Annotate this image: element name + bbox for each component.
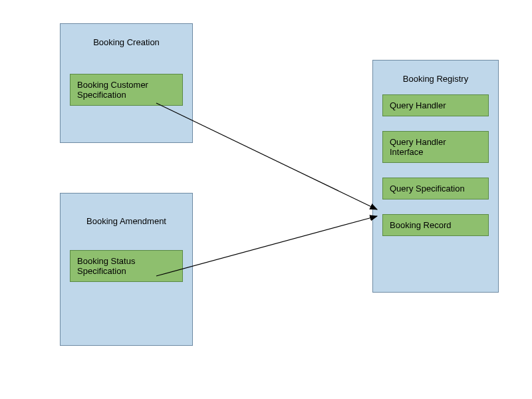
box-query-handler-interface: Query Handler Interface (382, 131, 489, 163)
box-label: Booking Customer Specification (77, 80, 148, 100)
module-title-registry: Booking Registry (382, 74, 489, 84)
box-label: Query Handler Interface (390, 137, 446, 157)
box-booking-customer-specification: Booking Customer Specification (70, 74, 183, 106)
module-booking-creation: Booking Creation Booking Customer Specif… (60, 23, 193, 143)
box-booking-status-specification: Booking Status Specification (70, 250, 183, 282)
module-title-creation: Booking Creation (70, 37, 183, 47)
box-label: Query Handler (390, 100, 446, 110)
box-query-specification: Query Specification (382, 178, 489, 200)
module-booking-amendment: Booking Amendment Booking Status Specifi… (60, 193, 193, 346)
box-label: Booking Status Specification (77, 256, 135, 276)
box-query-handler: Query Handler (382, 94, 489, 116)
module-title-amendment: Booking Amendment (70, 216, 183, 226)
module-booking-registry: Booking Registry Query Handler Query Han… (372, 60, 499, 293)
box-label: Query Specification (390, 184, 465, 194)
box-booking-record: Booking Record (382, 214, 489, 236)
box-label: Booking Record (390, 220, 452, 230)
